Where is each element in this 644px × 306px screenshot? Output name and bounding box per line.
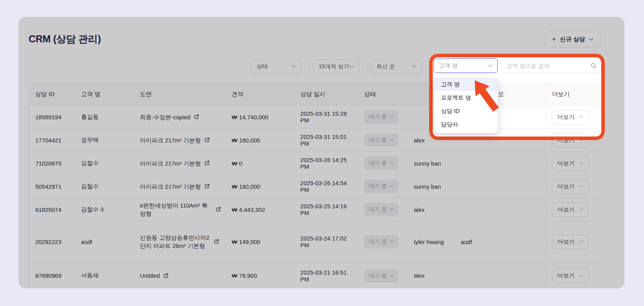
- chevron-down-icon: [488, 64, 492, 67]
- chevron-down-icon: [579, 185, 583, 188]
- col-header-drawing: 도면: [134, 84, 226, 105]
- drawing-link[interactable]: e편한세상범어 110Am² 확장형: [134, 198, 226, 221]
- status-label: 대기 중: [369, 272, 387, 279]
- dropdown-option-manager[interactable]: 담당자: [434, 118, 498, 131]
- cell-id: 61825074: [29, 198, 75, 221]
- more-button[interactable]: 더보기: [552, 156, 589, 171]
- chevron-down-icon: [579, 240, 583, 243]
- cell-quote: ₩ 14,740,000: [225, 106, 294, 128]
- cell-customer: asdf: [75, 221, 134, 262]
- status-badge-dropdown[interactable]: 대기 중: [364, 133, 399, 147]
- table-header-row: 상담 ID 고객 명 도면 견적 상담 일시 상태 메모 더보기: [29, 84, 602, 106]
- cell-quote: ₩ 79,900: [225, 262, 294, 288]
- external-link-icon: [204, 160, 210, 166]
- cell-datetime: 2025-03-26 14:54 PM: [294, 175, 358, 198]
- more-button-label: 더보기: [557, 137, 575, 144]
- cell-memo: [455, 198, 546, 221]
- search-category-select[interactable]: 고객 명: [434, 58, 498, 73]
- table-row: 18589194 홍길동 최종-수정본-copied ₩ 14,740,000 …: [29, 106, 602, 129]
- cell-datetime: 2025-03-24 17:02 PM: [294, 221, 358, 262]
- cell-manager: sunny ban: [408, 175, 455, 198]
- table-row: 50542971 김철수 아이파크 217m² 기본형 ₩ 180,000 20…: [29, 175, 602, 198]
- drawing-link[interactable]: 최종-수정본-copied: [134, 106, 226, 128]
- cell-customer: 김철수 3: [75, 198, 134, 221]
- chevron-down-icon: [579, 139, 583, 141]
- toolbar-divider: [368, 63, 368, 70]
- drawing-name: e편한세상범어 110Am² 확장형: [140, 201, 213, 218]
- status-badge-dropdown[interactable]: 대기 중: [364, 110, 399, 124]
- chevron-down-icon: [291, 65, 296, 68]
- col-header-datetime: 상담 일시: [294, 84, 358, 105]
- status-label: 대기 중: [369, 160, 387, 167]
- cell-customer: 김철수: [75, 175, 134, 198]
- cell-id: 17704421: [29, 129, 75, 151]
- more-button[interactable]: 더보기: [552, 235, 589, 249]
- page-size-dropdown[interactable]: 15개씩 보기: [313, 59, 360, 73]
- sort-order-label: 최신 순: [376, 63, 395, 70]
- chevron-down-icon: [390, 240, 394, 243]
- cell-manager: tyler hwang: [408, 221, 455, 262]
- external-link-icon: [163, 273, 169, 279]
- col-header-status: 상태: [358, 84, 408, 105]
- cell-memo: [455, 152, 546, 175]
- chevron-down-icon: [412, 65, 416, 68]
- drawing-link[interactable]: 아이파크 217m² 기본형: [134, 129, 226, 151]
- page-size-label: 15개씩 보기: [319, 63, 349, 70]
- more-button[interactable]: 더보기: [552, 179, 589, 194]
- search-category-value: 고객 명: [439, 62, 458, 69]
- more-button[interactable]: 더보기: [552, 110, 589, 124]
- status-badge-dropdown[interactable]: 대기 중: [364, 157, 399, 170]
- cell-quote: ₩ 180,000: [225, 175, 294, 198]
- drawing-link[interactable]: 신원동 고양삼송휴먼시아2단지 아파트 26m² 기본형: [134, 221, 226, 262]
- cell-id: 50542971: [29, 175, 75, 198]
- drawing-link[interactable]: 아이파크 217m² 기본형: [134, 152, 226, 175]
- col-header-id: 상담 ID: [29, 84, 75, 105]
- chevron-down-icon: [579, 275, 583, 277]
- cell-manager: alex: [408, 262, 455, 288]
- cell-customer: 김철수: [75, 152, 134, 175]
- search-input[interactable]: [501, 58, 601, 73]
- status-label: 대기 중: [369, 137, 387, 144]
- crm-page-card: CRM (상담 관리) + 신규 상담 상태 15개씩 보기 최신 순 고객 명…: [18, 17, 624, 288]
- status-badge-dropdown[interactable]: 대기 중: [364, 203, 399, 216]
- col-header-more: 더보기: [545, 84, 602, 105]
- more-button-label: 더보기: [557, 183, 575, 190]
- drawing-name: 아이파크 217m² 기본형: [140, 136, 201, 144]
- status-badge-dropdown[interactable]: 대기 중: [364, 235, 399, 248]
- more-button[interactable]: 더보기: [552, 133, 589, 148]
- status-label: 대기 중: [369, 206, 387, 213]
- cell-memo: [455, 262, 546, 288]
- toolbar-divider: [310, 63, 310, 70]
- cell-customer: 정무택: [75, 129, 134, 151]
- drawing-link[interactable]: Untitled: [134, 262, 226, 288]
- status-badge-dropdown[interactable]: 대기 중: [364, 180, 399, 193]
- sort-order-dropdown[interactable]: 최신 순: [370, 59, 422, 73]
- cell-quote: ₩ 180,000: [225, 129, 294, 151]
- search-icon: [590, 62, 597, 69]
- drawing-name: 아이파크 217m² 기본형: [140, 159, 201, 168]
- table-row: 20292223 asdf 신원동 고양삼송휴먼시아2단지 아파트 26m² 기…: [29, 221, 602, 262]
- external-link-icon: [215, 206, 221, 213]
- col-header-quote: 견적: [225, 84, 294, 105]
- cell-id: 87690969: [29, 262, 75, 288]
- cell-manager: sunny ban: [408, 152, 455, 175]
- more-button[interactable]: 더보기: [552, 202, 589, 217]
- new-consultation-button[interactable]: + 신규 상담: [545, 31, 600, 47]
- chevron-down-icon: [579, 162, 583, 164]
- table-row: 87690969 서동재 Untitled ₩ 79,900 2025-03-2…: [29, 262, 602, 288]
- cell-quote: ₩ 0: [225, 152, 294, 175]
- drawing-link[interactable]: 아이파크 217m² 기본형: [134, 175, 226, 198]
- chevron-down-icon: [579, 116, 583, 118]
- more-button-label: 더보기: [557, 113, 575, 121]
- chevron-down-icon: [390, 185, 394, 188]
- status-label: 대기 중: [369, 183, 387, 190]
- more-button-label: 더보기: [557, 160, 575, 167]
- more-button[interactable]: 더보기: [552, 268, 589, 283]
- cell-datetime: 2025-03-28 14:25 PM: [294, 152, 358, 175]
- cell-datetime: 2025-03-31 15:28 PM: [294, 106, 358, 128]
- cell-datetime: 2025-03-31 15:01 PM: [294, 129, 358, 151]
- status-badge-dropdown[interactable]: 대기 중: [364, 269, 399, 282]
- chevron-down-icon: [579, 208, 583, 211]
- red-cursor-arrow-icon: [472, 78, 500, 112]
- status-filter-dropdown[interactable]: 상태: [250, 59, 301, 73]
